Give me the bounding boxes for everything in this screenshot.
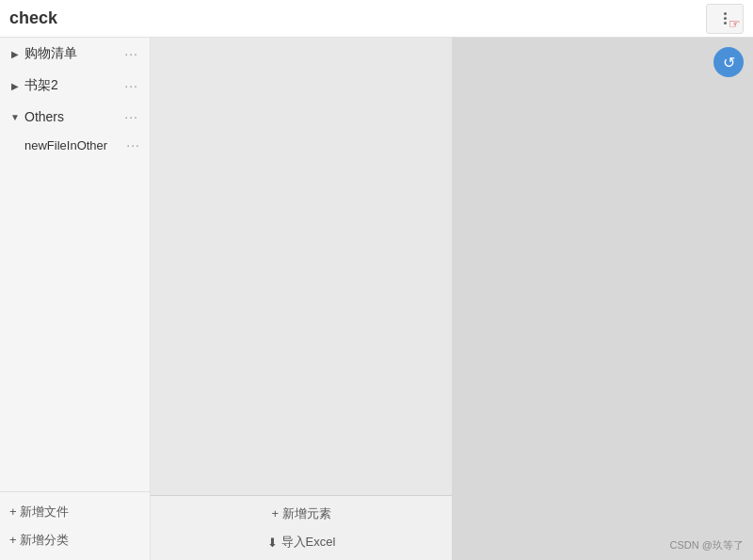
header-right: ☞: [706, 4, 744, 34]
right-panel: ↺ CSDN @玖等了: [452, 38, 753, 560]
sidebar-item-bookshelf[interactable]: ▶ 书架2 ···: [0, 70, 150, 102]
page-title: check: [9, 8, 57, 28]
add-category-button[interactable]: + 新增分类: [0, 526, 150, 554]
sidebar-label-bookshelf: 书架2: [24, 77, 122, 94]
center-footer: + 新增元素 ⬇ 导入Excel: [151, 495, 452, 560]
add-element-button[interactable]: + 新增元素: [151, 500, 452, 528]
right-content: [452, 87, 753, 531]
more-btn-shopping[interactable]: ···: [122, 46, 140, 61]
sidebar-item-shopping[interactable]: ▶ 购物清单 ···: [0, 38, 150, 70]
add-element-label: + 新增元素: [271, 505, 330, 522]
import-excel-label: 导入Excel: [281, 534, 336, 551]
add-category-label: + 新增分类: [9, 532, 69, 549]
center-panel: + 新增元素 ⬇ 导入Excel: [151, 38, 452, 560]
refresh-icon[interactable]: ↺: [713, 47, 744, 77]
csdn-label: CSDN @玖等了: [670, 538, 744, 552]
collapse-icon-others: ▼: [9, 111, 21, 122]
right-top: ↺: [452, 38, 753, 87]
download-icon: ⬇: [267, 536, 278, 550]
sidebar-content: ▶ 购物清单 ··· ▶ 书架2 ··· ▼ Others ··· newFil…: [0, 38, 150, 491]
more-btn-others[interactable]: ···: [122, 109, 140, 124]
add-file-button[interactable]: + 新增文件: [0, 498, 150, 526]
sidebar-item-newFileInOther[interactable]: newFileInOther ···: [0, 132, 150, 158]
sidebar-footer: + 新增文件 + 新增分类: [0, 491, 150, 560]
sidebar-label-others: Others: [24, 109, 122, 124]
center-content: [151, 38, 452, 495]
collapse-icon-bookshelf: ▶: [9, 80, 21, 91]
header: check ☞: [0, 0, 753, 38]
add-file-label: + 新增文件: [9, 504, 69, 520]
more-btn-bookshelf[interactable]: ···: [122, 78, 140, 93]
sidebar: ▶ 购物清单 ··· ▶ 书架2 ··· ▼ Others ··· newFil…: [0, 38, 151, 560]
sidebar-label-newFileInOther: newFileInOther: [24, 138, 126, 152]
cursor-icon: ☞: [729, 16, 741, 31]
import-excel-button[interactable]: ⬇ 导入Excel: [151, 528, 452, 556]
collapse-icon-shopping: ▶: [9, 48, 21, 59]
main-layout: ▶ 购物清单 ··· ▶ 书架2 ··· ▼ Others ··· newFil…: [0, 38, 753, 560]
right-footer: CSDN @玖等了: [452, 531, 753, 560]
header-menu-icon[interactable]: ☞: [706, 4, 744, 34]
sidebar-item-others[interactable]: ▼ Others ···: [0, 102, 150, 132]
sidebar-label-shopping: 购物清单: [24, 45, 122, 62]
more-btn-newFileInOther[interactable]: ···: [126, 137, 140, 152]
